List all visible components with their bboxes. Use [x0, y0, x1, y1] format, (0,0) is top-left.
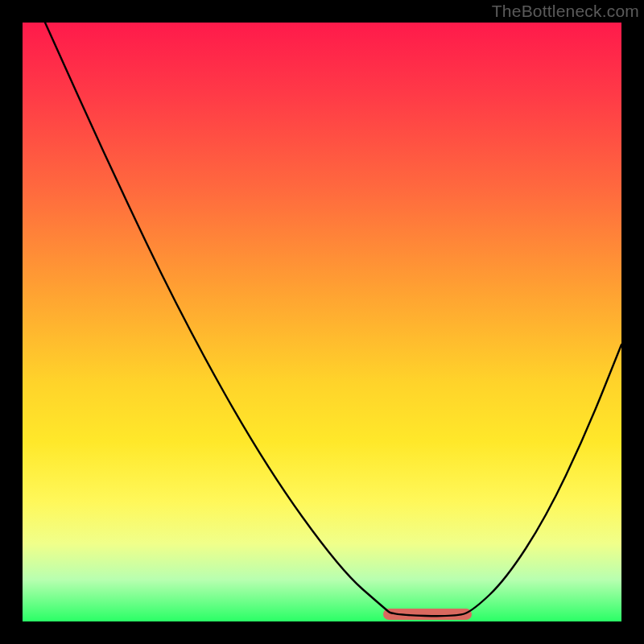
watermark-text: TheBottleneck.com — [492, 2, 639, 21]
chart-frame: TheBottleneck.com — [0, 0, 644, 644]
bottleneck-curve — [23, 23, 621, 621]
plot-area — [23, 23, 621, 621]
